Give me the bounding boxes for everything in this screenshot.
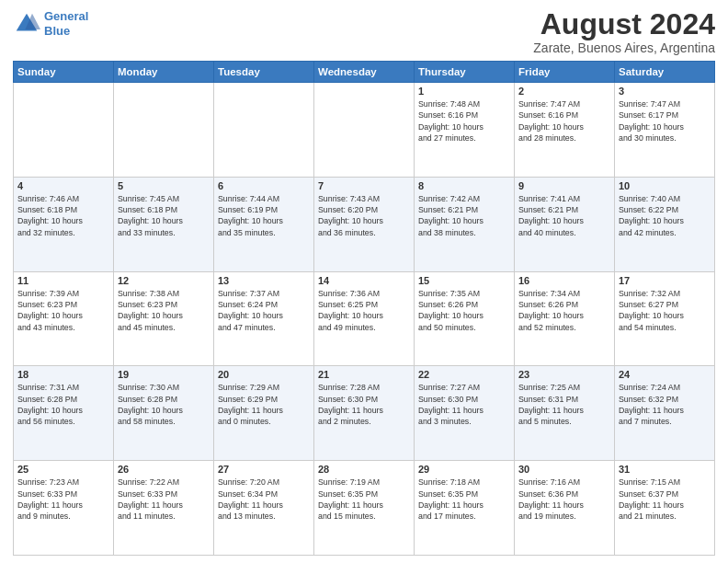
day-info: Sunrise: 7:44 AM Sunset: 6:19 PM Dayligh… [218,193,310,238]
logo: General Blue [13,9,88,38]
day-info: Sunrise: 7:37 AM Sunset: 6:24 PM Dayligh… [218,288,310,333]
day-info: Sunrise: 7:18 AM Sunset: 6:35 PM Dayligh… [418,477,510,522]
day-info: Sunrise: 7:39 AM Sunset: 6:23 PM Dayligh… [17,288,109,333]
day-cell: 16Sunrise: 7:34 AM Sunset: 6:26 PM Dayli… [515,271,615,366]
header-cell-sunday: Sunday [14,62,114,83]
day-info: Sunrise: 7:45 AM Sunset: 6:18 PM Dayligh… [118,193,210,238]
header-cell-monday: Monday [114,62,214,83]
day-number: 27 [218,464,310,475]
day-info: Sunrise: 7:42 AM Sunset: 6:21 PM Dayligh… [418,193,510,238]
day-number: 2 [518,86,610,97]
day-number: 12 [118,275,210,286]
day-cell: 29Sunrise: 7:18 AM Sunset: 6:35 PM Dayli… [415,461,515,556]
day-info: Sunrise: 7:29 AM Sunset: 6:29 PM Dayligh… [218,382,310,427]
day-number: 7 [318,180,410,191]
day-info: Sunrise: 7:47 AM Sunset: 6:16 PM Dayligh… [518,98,610,144]
day-info: Sunrise: 7:27 AM Sunset: 6:30 PM Dayligh… [418,382,510,427]
header-row: SundayMondayTuesdayWednesdayThursdayFrid… [14,62,715,83]
day-info: Sunrise: 7:25 AM Sunset: 6:31 PM Dayligh… [518,382,610,427]
day-cell: 2Sunrise: 7:47 AM Sunset: 6:16 PM Daylig… [515,83,615,178]
week-row-0: 1Sunrise: 7:48 AM Sunset: 6:16 PM Daylig… [14,83,715,178]
day-info: Sunrise: 7:15 AM Sunset: 6:37 PM Dayligh… [619,477,711,522]
day-info: Sunrise: 7:19 AM Sunset: 6:35 PM Dayligh… [318,477,410,522]
day-info: Sunrise: 7:41 AM Sunset: 6:21 PM Dayligh… [518,193,610,238]
day-number: 1 [418,86,510,97]
day-cell: 9Sunrise: 7:41 AM Sunset: 6:21 PM Daylig… [515,177,615,271]
day-number: 8 [418,180,510,191]
header-cell-thursday: Thursday [415,62,515,83]
day-number: 16 [518,275,610,286]
day-cell: 25Sunrise: 7:23 AM Sunset: 6:33 PM Dayli… [14,461,114,556]
header-cell-wednesday: Wednesday [314,62,415,83]
day-cell: 27Sunrise: 7:20 AM Sunset: 6:34 PM Dayli… [214,461,314,556]
logo-icon [13,10,40,38]
day-cell [314,83,415,178]
day-info: Sunrise: 7:22 AM Sunset: 6:33 PM Dayligh… [118,477,210,522]
header-cell-friday: Friday [515,62,615,83]
day-cell: 14Sunrise: 7:36 AM Sunset: 6:25 PM Dayli… [314,271,415,366]
week-row-4: 25Sunrise: 7:23 AM Sunset: 6:33 PM Dayli… [14,461,715,556]
day-cell: 5Sunrise: 7:45 AM Sunset: 6:18 PM Daylig… [114,177,214,271]
day-info: Sunrise: 7:34 AM Sunset: 6:26 PM Dayligh… [518,288,610,333]
day-info: Sunrise: 7:38 AM Sunset: 6:23 PM Dayligh… [118,288,210,333]
day-number: 31 [619,464,711,475]
day-info: Sunrise: 7:46 AM Sunset: 6:18 PM Dayligh… [17,193,109,238]
header-cell-saturday: Saturday [615,62,715,83]
day-number: 3 [619,86,711,97]
day-cell: 10Sunrise: 7:40 AM Sunset: 6:22 PM Dayli… [615,177,715,271]
day-number: 24 [619,369,711,380]
day-cell: 7Sunrise: 7:43 AM Sunset: 6:20 PM Daylig… [314,177,415,271]
calendar: SundayMondayTuesdayWednesdayThursdayFrid… [13,61,715,556]
day-number: 13 [218,275,310,286]
day-cell: 30Sunrise: 7:16 AM Sunset: 6:36 PM Dayli… [515,461,615,556]
day-info: Sunrise: 7:40 AM Sunset: 6:22 PM Dayligh… [619,193,711,238]
title-block: August 2024 Zarate, Buenos Aires, Argent… [533,9,715,55]
day-number: 22 [418,369,510,380]
day-number: 19 [118,369,210,380]
day-info: Sunrise: 7:47 AM Sunset: 6:17 PM Dayligh… [619,98,711,144]
day-cell: 24Sunrise: 7:24 AM Sunset: 6:32 PM Dayli… [615,366,715,461]
week-row-1: 4Sunrise: 7:46 AM Sunset: 6:18 PM Daylig… [14,177,715,271]
day-number: 11 [17,275,109,286]
day-cell [214,83,314,178]
day-number: 25 [17,464,109,475]
day-cell: 1Sunrise: 7:48 AM Sunset: 6:16 PM Daylig… [415,83,515,178]
day-cell: 11Sunrise: 7:39 AM Sunset: 6:23 PM Dayli… [14,271,114,366]
day-number: 4 [17,180,109,191]
day-cell: 4Sunrise: 7:46 AM Sunset: 6:18 PM Daylig… [14,177,114,271]
day-info: Sunrise: 7:48 AM Sunset: 6:16 PM Dayligh… [418,98,510,144]
day-number: 23 [518,369,610,380]
day-info: Sunrise: 7:31 AM Sunset: 6:28 PM Dayligh… [17,382,109,427]
day-cell [114,83,214,178]
logo-line2: Blue [44,24,70,38]
week-row-3: 18Sunrise: 7:31 AM Sunset: 6:28 PM Dayli… [14,366,715,461]
month-title: August 2024 [533,9,715,39]
calendar-body: 1Sunrise: 7:48 AM Sunset: 6:16 PM Daylig… [14,83,715,556]
day-cell: 18Sunrise: 7:31 AM Sunset: 6:28 PM Dayli… [14,366,114,461]
day-info: Sunrise: 7:30 AM Sunset: 6:28 PM Dayligh… [118,382,210,427]
day-number: 9 [518,180,610,191]
day-info: Sunrise: 7:43 AM Sunset: 6:20 PM Dayligh… [318,193,410,238]
day-number: 29 [418,464,510,475]
header: General Blue August 2024 Zarate, Buenos … [13,9,715,55]
day-info: Sunrise: 7:20 AM Sunset: 6:34 PM Dayligh… [218,477,310,522]
day-cell: 6Sunrise: 7:44 AM Sunset: 6:19 PM Daylig… [214,177,314,271]
header-cell-tuesday: Tuesday [214,62,314,83]
week-row-2: 11Sunrise: 7:39 AM Sunset: 6:23 PM Dayli… [14,271,715,366]
day-cell [14,83,114,178]
location: Zarate, Buenos Aires, Argentina [533,40,715,55]
day-cell: 22Sunrise: 7:27 AM Sunset: 6:30 PM Dayli… [415,366,515,461]
day-number: 26 [118,464,210,475]
day-number: 21 [318,369,410,380]
day-info: Sunrise: 7:16 AM Sunset: 6:36 PM Dayligh… [518,477,610,522]
day-number: 6 [218,180,310,191]
day-cell: 21Sunrise: 7:28 AM Sunset: 6:30 PM Dayli… [314,366,415,461]
day-info: Sunrise: 7:35 AM Sunset: 6:26 PM Dayligh… [418,288,510,333]
logo-line1: General [44,9,88,23]
day-cell: 3Sunrise: 7:47 AM Sunset: 6:17 PM Daylig… [615,83,715,178]
page: General Blue August 2024 Zarate, Buenos … [0,0,728,563]
day-cell: 23Sunrise: 7:25 AM Sunset: 6:31 PM Dayli… [515,366,615,461]
day-number: 30 [518,464,610,475]
day-number: 18 [17,369,109,380]
day-cell: 31Sunrise: 7:15 AM Sunset: 6:37 PM Dayli… [615,461,715,556]
